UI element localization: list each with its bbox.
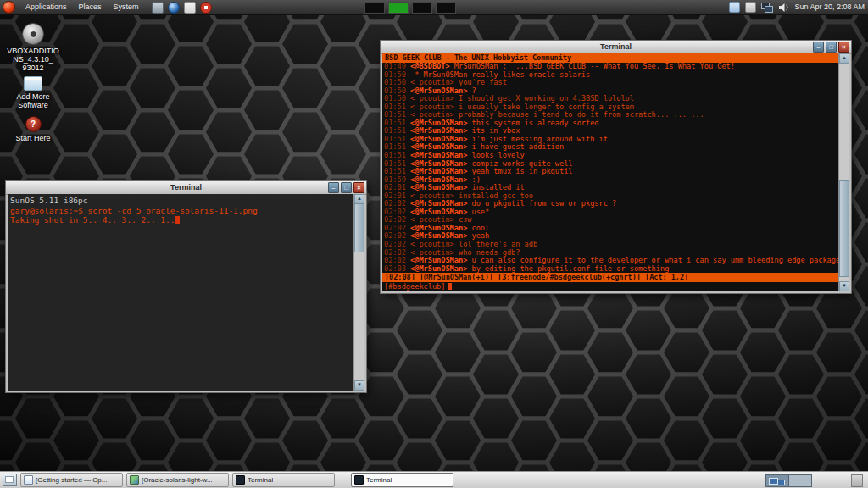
message-text: looks lovely (471, 152, 524, 159)
timestamp: 01:50 (384, 87, 410, 95)
nick: < pcoutin> (410, 95, 459, 103)
workspace-2[interactable] (789, 475, 811, 486)
scrollbar-thumb[interactable] (839, 180, 849, 277)
timestamp: 02:02 (384, 257, 410, 264)
task-label: Terminal (366, 476, 392, 484)
irc-chat-area: 01:49 <@BSDBOT> MrSunOSMan : ...BSD GEEK… (382, 63, 839, 273)
menu-system[interactable]: System (108, 3, 145, 11)
chat-message: 02:02 <@MrSunOSMan> yeah (384, 232, 839, 241)
nick: <@MrSunOSMan> (410, 225, 471, 232)
chat-message: 01:51 <@MrSunOSMan> its in vbox (384, 127, 839, 136)
timestamp: 01:59 (384, 176, 410, 184)
desktop-icon-label: VBOXADDITIONS_4.3.10_93012 (7, 47, 59, 72)
window-preview[interactable] (436, 2, 456, 14)
menu-places[interactable]: Places (73, 3, 108, 11)
window-buttons: – □ ✕ (813, 42, 849, 53)
tray-icon[interactable] (745, 2, 756, 13)
task-label: [Oracle-solaris-light-w... (142, 476, 213, 484)
chat-message: 01:49 <@BSDBOT> MrSunOSMan : ...BSD GEEK… (384, 63, 839, 71)
scrollbar[interactable]: ▲ ▼ (838, 53, 849, 291)
menu-applications[interactable]: Applications (19, 3, 73, 11)
maximize-button[interactable]: □ (341, 182, 352, 193)
irc-terminal-titlebar[interactable]: Terminal – □ ✕ (381, 41, 851, 54)
timestamp: 02:02 (384, 232, 410, 240)
desktop-icon-vboxadditions[interactable]: VBOXADDITIONS_4.3.10_93012 (7, 23, 59, 72)
irssi-input-line[interactable]: [#bsdgeekclub] (382, 282, 839, 291)
desktop-icon-add-software[interactable]: Add MoreSoftware (7, 76, 59, 109)
close-button[interactable]: ✕ (838, 42, 849, 53)
desktop-icon-start-here[interactable]: ? Start Here (7, 116, 59, 142)
help-icon[interactable] (200, 2, 212, 14)
timestamp: 02:02 (384, 216, 410, 224)
scrollbar[interactable]: ▲ ▼ (353, 194, 364, 391)
mail-icon[interactable] (184, 2, 196, 14)
network-icon[interactable] (761, 3, 773, 13)
scroll-down-arrow[interactable]: ▼ (354, 380, 364, 391)
window-preview[interactable] (388, 2, 409, 14)
nick: <@MrSunOSMan> (410, 143, 471, 151)
main-menu-icon[interactable] (3, 1, 15, 14)
scroll-up-arrow[interactable]: ▲ (839, 53, 849, 64)
chat-message: 02:02 < pcoutin> lol there's an adb (384, 241, 839, 249)
irc-terminal-body[interactable]: BSD GEEK CLUB - The UNIX Hobbyist Commun… (382, 53, 839, 291)
taskbar-button[interactable]: [Getting started — Op... (20, 473, 123, 487)
label-line: VBOXADDITIO (7, 47, 59, 55)
close-glyph: ✕ (842, 44, 847, 51)
message-text: really likes oracle solaris (471, 71, 590, 79)
window-title: Terminal (6, 181, 366, 194)
terminal-icon (236, 475, 245, 485)
text-cursor (175, 216, 180, 224)
message-text: csw (459, 216, 472, 224)
message-text: its in vbox (471, 127, 520, 135)
desktop-icon-label: Start Here (7, 134, 59, 142)
workspace-1[interactable] (766, 475, 789, 486)
nick: <@MrSunOSMan> (410, 136, 471, 143)
timestamp: 02:02 (384, 208, 410, 216)
nick: < pcoutin> (410, 79, 459, 86)
message-text: i usually take longer to config a system (459, 103, 634, 111)
scrollbar-thumb[interactable] (354, 203, 364, 252)
message-text: probably because i tend to do it from sc… (459, 111, 704, 119)
message-text: i have guest addition (471, 143, 564, 151)
window-preview[interactable] (364, 2, 385, 14)
scroll-down-arrow[interactable]: ▼ (839, 281, 849, 291)
timestamp: 02:02 (384, 241, 410, 248)
taskbar-button[interactable]: Terminal (232, 473, 335, 487)
volume-icon[interactable] (778, 3, 789, 13)
terminal-line: Taking shot in 5.. 4.. 3.. 2.. 1.. (10, 215, 352, 225)
message-text: who needs gdb? (459, 249, 520, 257)
tray-icon[interactable] (729, 2, 740, 13)
panel-menus: ApplicationsPlacesSystem (19, 0, 145, 14)
shell-terminal-titlebar[interactable]: Terminal – □ ✕ (6, 181, 366, 195)
desktop-icon-label: Add MoreSoftware (7, 92, 59, 109)
message-text: I should get X working on 4.3BSD lololol (459, 95, 634, 103)
clock[interactable]: Sun Apr 20, 2:08 AM (794, 0, 865, 14)
window-preview[interactable] (412, 2, 432, 14)
browser-icon[interactable] (168, 2, 180, 14)
timestamp: 02:02 (384, 225, 410, 232)
computer-icon[interactable] (152, 2, 164, 14)
maximize-button[interactable]: □ (826, 42, 837, 53)
chat-message: 01:51 <@MrSunOSMan> i'm just messing aro… (384, 136, 839, 144)
irssi-topic-bar: BSD GEEK CLUB - The UNIX Hobbyist Commun… (382, 53, 839, 63)
show-desktop-button[interactable] (3, 474, 17, 486)
label-line: 93012 (7, 64, 59, 72)
message-text: MrSunOSMan : ...BSD GEEK CLUB -- What Yo… (454, 63, 735, 70)
taskbar-button[interactable]: Terminal (351, 473, 453, 487)
irssi-status-bar: [02:08] [@MrSunOSMan(+i)] [3:freenode/#b… (382, 273, 839, 282)
message-text: installed it (471, 184, 524, 191)
taskbar-button[interactable]: [Oracle-solaris-light-w... (126, 473, 229, 487)
message-text: i'm just messing around with it (471, 136, 607, 143)
message-text: this system is already sorted (471, 119, 598, 127)
shell-terminal-body[interactable]: SunOS 5.11 i86pcgary@solaris:~$ scrot -c… (8, 194, 354, 391)
panel-applet[interactable] (851, 474, 863, 487)
nick: < pcoutin> (410, 103, 459, 111)
minimize-button[interactable]: – (328, 182, 339, 193)
message-text: :) (471, 176, 480, 184)
chat-message: 01:51 <@MrSunOSMan> this system is alrea… (384, 119, 839, 128)
window-frame: BSD GEEK CLUB - The UNIX Hobbyist Commun… (382, 53, 849, 291)
close-button[interactable]: ✕ (353, 182, 364, 193)
taskbar-buttons: [Getting started — Op...[Oracle-solaris-… (20, 473, 453, 487)
terminal-line-text: gary@solaris:~$ scrot -cd 5 oracle-solar… (10, 206, 258, 215)
minimize-button[interactable]: – (813, 42, 824, 53)
